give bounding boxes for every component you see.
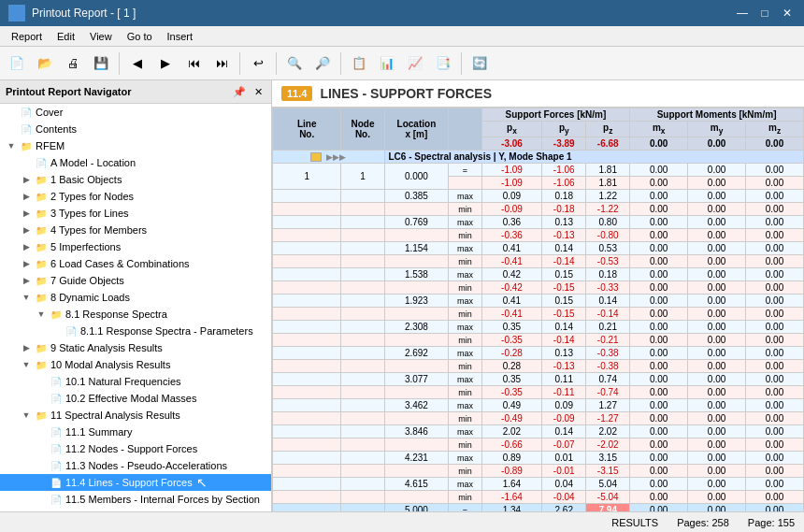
table-container[interactable]: LineNo. NodeNo. Locationx [m] Support Fo… (272, 108, 804, 511)
cell-line (273, 216, 341, 229)
tb-undo[interactable]: ↩ (245, 50, 271, 77)
cell-my: 0.00 (688, 439, 746, 452)
cell-node (341, 281, 384, 295)
tb-refresh[interactable]: 🔄 (467, 50, 493, 77)
tb-save[interactable]: 💾 (88, 50, 114, 77)
table-row: 0.385 max 0.09 0.18 1.22 0.00 0.00 0.00 (273, 190, 804, 203)
tb-open[interactable]: 📂 (32, 50, 58, 77)
cell-my: 0.00 (688, 295, 746, 308)
tree-item-a-model[interactable]: 📄 A Model - Location (0, 154, 271, 171)
menu-report[interactable]: Report (4, 29, 50, 44)
col-mx: mx (630, 122, 688, 137)
cell-pz: -0.53 (586, 255, 630, 268)
cell-x (384, 203, 449, 216)
tree-item-resp-params[interactable]: 📄 8.1.1 Response Spectra - Parameters (0, 323, 271, 339)
folder-icon-types-members: 📁 (34, 223, 49, 237)
cell-my: 0.00 (688, 425, 746, 439)
close-button[interactable]: ✕ (778, 5, 797, 22)
cell-py: -0.13 (542, 360, 586, 373)
cell-x (384, 229, 449, 242)
tree-item-natural-freq[interactable]: 📄 10.1 Natural Frequencies (0, 373, 271, 390)
cell-mz: 0.00 (746, 399, 804, 412)
tb-first[interactable]: ⏮ (180, 50, 207, 77)
menu-edit[interactable]: Edit (50, 29, 82, 44)
cell-type: min (449, 412, 481, 425)
tb-chart[interactable]: 📊 (374, 50, 400, 77)
cell-px: -1.09 (481, 177, 542, 190)
cell-pz: 0.21 (586, 321, 630, 334)
cell-py: -0.18 (542, 203, 586, 216)
cell-type (449, 177, 481, 190)
cell-line (273, 295, 341, 308)
maximize-button[interactable]: □ (755, 5, 774, 22)
label-load-cases: 6 Load Cases & Combinations (50, 258, 190, 269)
toggle-summary (34, 424, 49, 439)
tb-prev[interactable]: ◀ (124, 50, 151, 77)
cell-x: 1.923 (384, 295, 449, 308)
col-line: LineNo. (273, 108, 341, 151)
cell-py: 0.13 (542, 216, 586, 229)
tree-item-guide-objects[interactable]: ▶ 📁 7 Guide Objects (0, 272, 271, 289)
cell-x: 3.462 (384, 399, 449, 412)
cell-x (384, 308, 449, 321)
cell-mx: 0.00 (630, 373, 688, 386)
tree-item-cover[interactable]: 📄 Cover (0, 104, 271, 121)
menu-bar: Report Edit View Go to Insert (0, 26, 804, 47)
cell-node (341, 268, 384, 281)
tb-last[interactable]: ⏭ (208, 50, 235, 77)
menu-view[interactable]: View (82, 29, 120, 44)
menu-insert[interactable]: Insert (160, 29, 201, 44)
cell-px: -1.09 (481, 164, 542, 177)
cell-node (341, 321, 384, 334)
cell-pz: -0.33 (586, 281, 630, 295)
tree-item-basic[interactable]: ▶ 📁 1 Basic Objects (0, 171, 271, 188)
tree-item-imperfections[interactable]: ▶ 📁 5 Imperfections (0, 238, 271, 255)
sidebar-pin-button[interactable]: 📌 (232, 84, 247, 99)
table-row: 1 1 0.000 = -1.09 -1.06 1.81 0.00 0.00 0… (273, 164, 804, 177)
cell-px: -0.35 (481, 334, 542, 347)
tb-zoom-in[interactable]: 🔎 (309, 50, 336, 77)
tree-item-response-spectra[interactable]: ▼ 📁 8.1 Response Spectra (0, 306, 271, 323)
tree-item-load-cases[interactable]: ▶ 📁 6 Load Cases & Combinations (0, 255, 271, 272)
tb-report[interactable]: 📑 (430, 50, 456, 77)
tree-item-types-nodes[interactable]: ▶ 📁 2 Types for Nodes (0, 188, 271, 205)
cell-node (341, 308, 384, 321)
cell-mx: 0.00 (630, 347, 688, 360)
tb-graph[interactable]: 📈 (402, 50, 428, 77)
tree-item-members-internal[interactable]: 📄 11.5 Members - Internal Forces by Sect… (0, 491, 271, 508)
cell-mx: 0.00 (630, 478, 688, 491)
tree-item-eff-masses[interactable]: 📄 10.2 Effective Modal Masses (0, 390, 271, 407)
tree-item-modal-analysis[interactable]: ▼ 📁 10 Modal Analysis Results (0, 356, 271, 373)
tree-item-nodes-pseudo[interactable]: 📄 11.3 Nodes - Pseudo-Accelerations (0, 457, 271, 474)
minimize-button[interactable]: — (733, 5, 752, 22)
cell-x (384, 412, 449, 425)
cell-line (273, 203, 341, 216)
cell-px: -0.49 (481, 412, 542, 425)
cell-my: 0.00 (688, 242, 746, 255)
tree-item-dynamic-loads[interactable]: ▼ 📁 8 Dynamic Loads (0, 289, 271, 306)
sidebar-close-button[interactable]: ✕ (251, 84, 266, 99)
toggle-contents (4, 122, 19, 137)
tree-item-types-members[interactable]: ▶ 📁 4 Types for Members (0, 222, 271, 238)
tb-zoom-out[interactable]: 🔍 (281, 50, 308, 77)
tb-new[interactable]: 📄 (4, 50, 30, 77)
cell-px: -0.09 (481, 203, 542, 216)
tree-item-lines-support[interactable]: 📄 11.4 Lines - Support Forces ↖ (0, 474, 271, 491)
tb-next[interactable]: ▶ (152, 50, 179, 77)
tree-item-spectral-analysis[interactable]: ▼ 📁 11 Spectral Analysis Results (0, 407, 271, 424)
cell-pz: 1.22 (586, 190, 630, 203)
tree-item-summary[interactable]: 📄 11.1 Summary (0, 424, 271, 440)
cell-x (384, 255, 449, 268)
cell-pz: 2.02 (586, 425, 630, 439)
tree-item-types-lines[interactable]: ▶ 📁 3 Types for Lines (0, 205, 271, 222)
lc-color-box: ▶▶▶ (273, 151, 385, 164)
cell-pz: -0.38 (586, 347, 630, 360)
menu-goto[interactable]: Go to (120, 29, 160, 44)
cell-type: min (449, 281, 481, 295)
tree-item-nodes-support[interactable]: 📄 11.2 Nodes - Support Forces (0, 440, 271, 457)
tb-export[interactable]: 📋 (346, 50, 372, 77)
tree-item-rfem[interactable]: ▼ 📁 RFEM (0, 137, 271, 154)
tree-item-static-analysis[interactable]: ▶ 📁 9 Static Analysis Results (0, 339, 271, 356)
tree-item-contents[interactable]: 📄 Contents (0, 121, 271, 137)
tb-print[interactable]: 🖨 (60, 50, 86, 77)
